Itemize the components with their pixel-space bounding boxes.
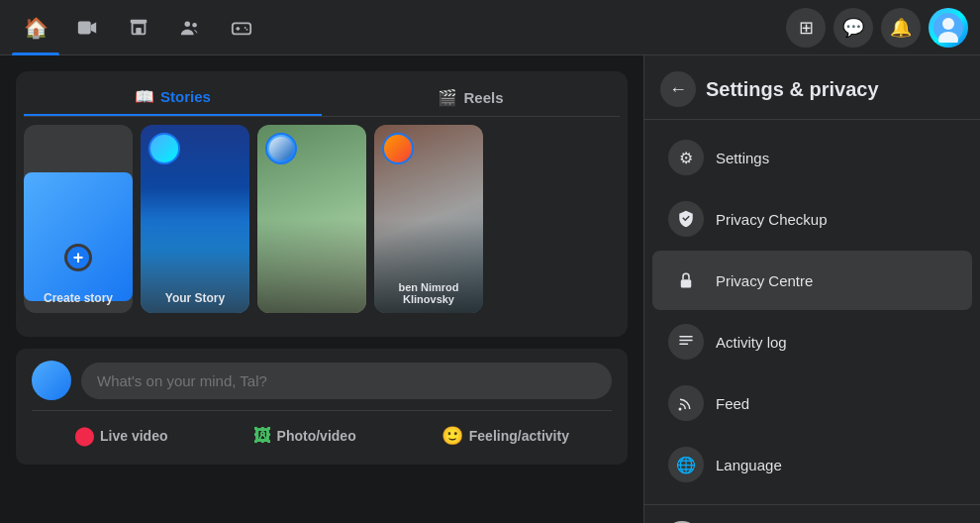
privacy-checkup-icon [668, 201, 704, 237]
settings-item-privacy-centre[interactable]: Privacy Centre [652, 251, 972, 310]
user-avatar-button[interactable] [929, 8, 968, 48]
svg-point-6 [192, 22, 197, 27]
back-icon: ← [669, 79, 687, 100]
feeling-icon: 🙂 [441, 425, 463, 447]
svg-marker-1 [91, 22, 97, 33]
nav-video-button[interactable] [63, 4, 111, 52]
notifications-button[interactable]: 🔔 [881, 8, 921, 48]
settings-item-label-1: Privacy Checkup [716, 211, 828, 228]
back-button[interactable]: ← [660, 71, 696, 107]
stories-icon: 📖 [135, 87, 154, 106]
settings-item-activity-log[interactable]: Activity log [652, 312, 972, 371]
story-cards-row: + Create story Your Story [24, 125, 620, 313]
contact-item-0[interactable]: Anders Kirstein Møllet [648, 513, 976, 523]
messenger-button[interactable]: 💬 [833, 8, 873, 48]
feeling-button[interactable]: 🙂 Feeling/activity [430, 419, 581, 453]
nav-groups-button[interactable] [166, 4, 214, 52]
settings-title: Settings & privacy [706, 78, 879, 101]
post-input-field[interactable] [81, 363, 612, 399]
apps-grid-button[interactable]: ⊞ [786, 8, 826, 48]
top-navigation: 🏠 ⊞ 💬 🔔 [0, 0, 980, 55]
svg-point-10 [245, 27, 246, 29]
settings-item-label-0: Settings [716, 150, 769, 166]
your-story-card[interactable]: Your Story [141, 125, 249, 313]
feed-area: 📖 Stories 🎬 Reels + Create story [0, 55, 643, 523]
post-box: ⬤ Live video 🖼 Photo/video 🙂 Feeling/act… [16, 349, 628, 465]
settings-item-label-2: Privacy Centre [716, 272, 813, 289]
photo-icon: 🖼 [253, 426, 271, 447]
svg-rect-17 [679, 340, 693, 342]
create-story-label: Create story [24, 291, 133, 305]
story-card-3[interactable] [257, 125, 366, 313]
main-content: 📖 Stories 🎬 Reels + Create story [0, 55, 980, 523]
settings-menu: ⚙ Settings Privacy Checkup Privacy Centr… [644, 120, 980, 504]
nav-home-button[interactable]: 🏠 [12, 4, 59, 52]
live-video-label: Live video [100, 428, 167, 444]
settings-item-privacy-checkup[interactable]: Privacy Checkup [652, 189, 972, 249]
language-icon: 🌐 [668, 447, 704, 482]
feed-icon [668, 385, 704, 421]
tab-reels[interactable]: 🎬 Reels [322, 79, 620, 116]
svg-rect-15 [681, 279, 692, 287]
post-avatar [32, 361, 71, 400]
feeling-label: Feeling/activity [469, 428, 569, 444]
settings-item-label-5: Language [716, 457, 782, 473]
settings-item-feed[interactable]: Feed [652, 373, 972, 433]
live-video-icon: ⬤ [74, 425, 94, 447]
nav-right-icons: ⊞ 💬 🔔 [786, 8, 968, 48]
activity-log-icon [668, 324, 704, 360]
settings-panel: ← Settings & privacy ⚙ Settings Privacy … [643, 55, 980, 523]
story-4-label: ben Nimrod Klinovsky [374, 281, 483, 305]
tab-stories[interactable]: 📖 Stories [24, 79, 322, 116]
svg-point-13 [942, 18, 954, 30]
svg-point-19 [679, 408, 682, 411]
svg-rect-4 [136, 28, 142, 34]
settings-item-label-3: Activity log [716, 334, 787, 351]
post-input-row [32, 361, 612, 400]
nav-left-icons: 🏠 [12, 4, 265, 52]
svg-rect-16 [679, 336, 693, 338]
nav-marketplace-button[interactable] [115, 4, 162, 52]
photo-video-label: Photo/video [277, 428, 356, 444]
live-video-button[interactable]: ⬤ Live video [62, 419, 179, 453]
your-story-label: Your Story [141, 291, 249, 305]
settings-gear-icon: ⚙ [668, 140, 704, 175]
nav-gaming-button[interactable] [218, 4, 265, 52]
post-actions: ⬤ Live video 🖼 Photo/video 🙂 Feeling/act… [32, 410, 612, 453]
settings-item-language[interactable]: 🌐 Language [652, 435, 972, 494]
stories-tab-label: Stories [160, 88, 211, 105]
photo-video-button[interactable]: 🖼 Photo/video [242, 419, 368, 453]
reels-tab-label: Reels [463, 89, 503, 106]
svg-point-5 [185, 21, 191, 26]
story-card-4[interactable]: ben Nimrod Klinovsky [374, 125, 483, 313]
svg-rect-18 [679, 344, 688, 346]
contacts-section: Anders Kirstein Møllet Ido Lempert Adria… [644, 504, 980, 523]
svg-rect-0 [78, 21, 91, 34]
settings-item-settings[interactable]: ⚙ Settings [652, 128, 972, 187]
svg-point-11 [246, 28, 248, 30]
reels-icon: 🎬 [438, 88, 457, 107]
settings-header: ← Settings & privacy [644, 55, 980, 120]
privacy-centre-icon [668, 262, 704, 298]
svg-rect-7 [233, 23, 250, 34]
create-story-card[interactable]: + Create story [24, 125, 133, 313]
settings-item-label-4: Feed [716, 395, 749, 412]
